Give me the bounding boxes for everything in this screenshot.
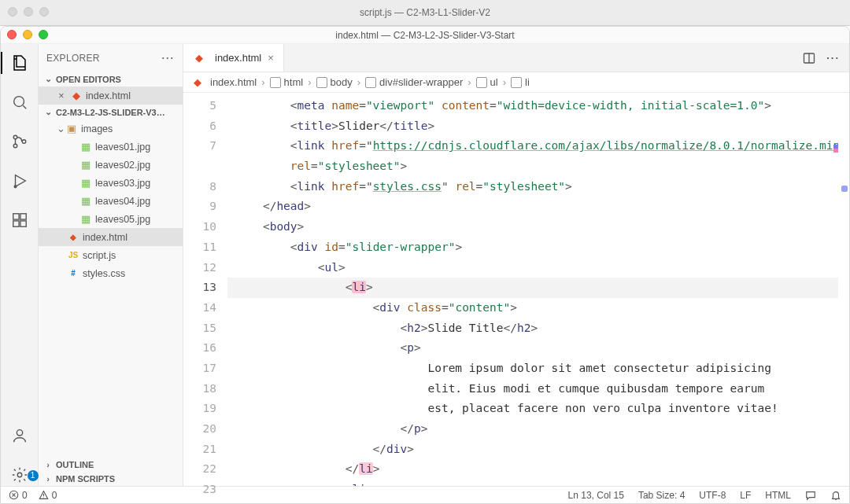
folder-header[interactable]: ⌄ C2-M3-L2-JS-SLIDER-V3… xyxy=(39,105,183,120)
code-line[interactable]: <div id="slider-wrapper"> xyxy=(227,237,838,258)
open-editors-list: × ◆ index.html xyxy=(39,86,183,105)
status-encoding[interactable]: UTF-8 xyxy=(699,490,726,501)
breadcrumb-label: index.html xyxy=(210,76,257,88)
code-editor[interactable]: 567891011121314151617181920212223 <meta … xyxy=(183,93,849,486)
code-line[interactable]: <link href="styles.css" rel="stylesheet"… xyxy=(227,177,838,197)
tree-file-image[interactable]: ▦leaves02.jpg xyxy=(39,156,183,174)
status-bell-icon[interactable] xyxy=(830,490,841,501)
open-editors-label: OPEN EDITORS xyxy=(56,75,121,84)
svg-rect-5 xyxy=(13,214,18,219)
extensions-icon[interactable] xyxy=(9,209,31,231)
code-line[interactable]: <h2>Slide Title</h2> xyxy=(227,318,838,339)
html-file-icon: ◆ xyxy=(193,52,205,64)
code-line[interactable]: <li> xyxy=(227,278,838,298)
html-file-icon: ◆ xyxy=(67,233,79,241)
line-number-gutter: 567891011121314151617181920212223 xyxy=(183,93,227,486)
svg-rect-7 xyxy=(13,221,18,226)
code-line[interactable]: </li> xyxy=(227,459,838,480)
status-warnings[interactable]: 0 xyxy=(39,490,57,501)
tab-index-html[interactable]: ◆ index.html × xyxy=(183,44,284,72)
activity-bar: 1 xyxy=(1,44,39,486)
explorer-more-button[interactable]: ··· xyxy=(162,53,175,64)
close-tab-icon[interactable]: × xyxy=(268,52,274,64)
code-line[interactable]: </p> xyxy=(227,419,838,440)
zoom-window-button[interactable] xyxy=(39,30,48,39)
code-line[interactable]: <body> xyxy=(227,217,838,237)
breadcrumb-item[interactable]: li xyxy=(511,76,530,88)
window-titlebar: index.html — C2-M3-L2-JS-Slider-V3-Start xyxy=(1,27,849,44)
search-icon[interactable] xyxy=(9,91,31,113)
code-line[interactable]: <link href="https://cdnjs.cloudflare.com… xyxy=(227,136,838,156)
breadcrumb-item[interactable]: body xyxy=(316,76,353,88)
traffic-lights[interactable] xyxy=(7,30,48,39)
code-content[interactable]: <meta name="viewport" content="width=dev… xyxy=(227,93,838,486)
breadcrumb-label: ul xyxy=(490,76,498,88)
code-line[interactable]: <p> xyxy=(227,338,838,359)
tree-file-name: leaves01.jpg xyxy=(95,142,150,153)
run-debug-icon[interactable] xyxy=(9,170,31,192)
svg-point-9 xyxy=(17,430,22,436)
html-file-icon: ◆ xyxy=(191,76,204,88)
chevron-down-icon: ⌄ xyxy=(43,107,53,117)
account-icon[interactable] xyxy=(9,425,31,447)
outline-header[interactable]: › OUTLINE xyxy=(39,458,183,472)
breadcrumb-label: html xyxy=(284,76,304,88)
tree-file-name: leaves02.jpg xyxy=(95,160,150,171)
npm-scripts-header[interactable]: › NPM SCRIPTS xyxy=(39,472,183,486)
code-line[interactable]: <meta name="viewport" content="width=dev… xyxy=(227,96,838,116)
breadcrumb-separator: › xyxy=(503,76,506,88)
status-cursor-pos[interactable]: Ln 13, Col 15 xyxy=(568,490,624,501)
vscode-window: index.html — C2-M3-L2-JS-Slider-V3-Start xyxy=(0,26,850,504)
status-feedback-icon[interactable] xyxy=(805,490,816,501)
status-language[interactable]: HTML xyxy=(765,490,791,501)
code-line[interactable]: </head> xyxy=(227,197,838,217)
code-line[interactable]: rel="stylesheet"> xyxy=(227,156,838,177)
open-editor-item[interactable]: × ◆ index.html xyxy=(39,86,183,105)
tree-file[interactable]: ◆index.html xyxy=(39,228,183,246)
code-line[interactable]: Lorem ipsum dolor sit amet consectetur a… xyxy=(227,359,838,379)
tree-file-image[interactable]: ▦leaves04.jpg xyxy=(39,192,183,210)
close-window-button[interactable] xyxy=(7,30,17,39)
svg-point-3 xyxy=(22,140,26,144)
tree-file[interactable]: #styles.css xyxy=(39,264,183,282)
tree-folder-images[interactable]: ⌄ ▣ images xyxy=(39,120,183,138)
breadcrumb-separator: › xyxy=(357,76,360,88)
status-tab-size[interactable]: Tab Size: 4 xyxy=(638,490,685,501)
code-line[interactable]: <div class="content"> xyxy=(227,298,838,318)
svg-point-0 xyxy=(13,97,24,107)
minimap-scrollbar[interactable] xyxy=(838,93,849,486)
breadcrumbs[interactable]: ◆index.html›html›body›div#slider-wrapper… xyxy=(183,72,849,93)
code-line[interactable]: <ul> xyxy=(227,258,838,278)
tree-file-image[interactable]: ▦leaves03.jpg xyxy=(39,174,183,192)
image-file-icon: ▦ xyxy=(79,195,92,207)
source-control-icon[interactable] xyxy=(9,131,31,153)
explorer-icon[interactable] xyxy=(9,52,31,74)
tree-file-image[interactable]: ▦leaves01.jpg xyxy=(39,138,183,156)
element-icon xyxy=(476,77,487,88)
status-eol[interactable]: LF xyxy=(740,490,751,501)
editor-more-icon[interactable]: ··· xyxy=(826,52,840,64)
manage-gear-icon[interactable]: 1 xyxy=(9,464,31,486)
code-line[interactable]: <title>Slider</title> xyxy=(227,116,838,137)
tree-file-image[interactable]: ▦leaves05.jpg xyxy=(39,210,183,228)
tab-label: index.html xyxy=(215,52,261,64)
folder-icon: ▣ xyxy=(65,123,78,134)
chevron-right-icon: › xyxy=(43,460,53,469)
svg-rect-8 xyxy=(20,221,25,226)
breadcrumb-item[interactable]: div#slider-wrapper xyxy=(365,76,463,88)
svg-point-10 xyxy=(17,473,22,477)
minimize-window-button[interactable] xyxy=(23,30,32,39)
code-line[interactable]: est, placeat facere non vero culpa inven… xyxy=(227,399,838,419)
tree-file[interactable]: JSscript.js xyxy=(39,246,183,264)
breadcrumb-item[interactable]: html xyxy=(270,76,304,88)
status-errors[interactable]: 0 xyxy=(9,490,28,501)
folder-label: C2-M3-L2-JS-SLIDER-V3… xyxy=(56,108,165,117)
code-line[interactable]: <li> xyxy=(227,480,838,486)
breadcrumb-item[interactable]: ◆index.html xyxy=(191,76,257,88)
split-editor-icon[interactable] xyxy=(803,52,815,64)
code-line[interactable]: </div> xyxy=(227,440,838,460)
breadcrumb-item[interactable]: ul xyxy=(476,76,498,88)
code-line[interactable]: elit. Eius modi et cumque quibusdam temp… xyxy=(227,379,838,399)
close-editor-icon[interactable]: × xyxy=(56,90,67,101)
open-editors-header[interactable]: ⌄ OPEN EDITORS xyxy=(39,72,183,86)
